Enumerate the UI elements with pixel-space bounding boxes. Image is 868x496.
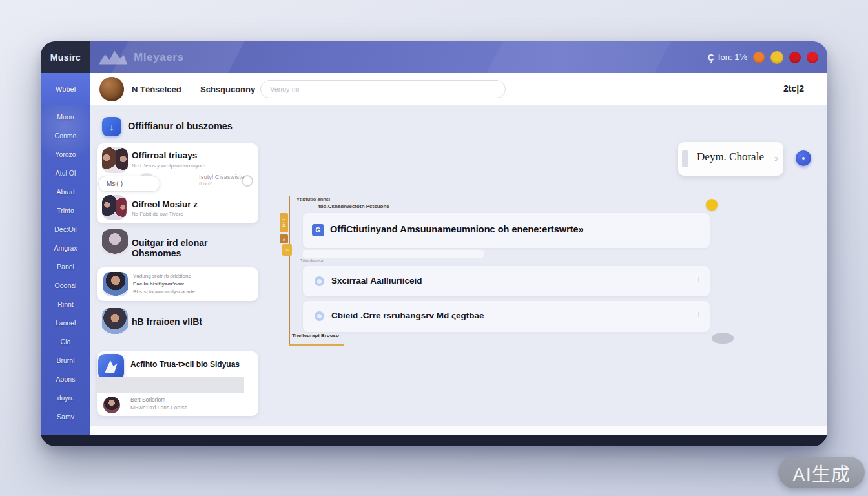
window-bottom-bar xyxy=(41,435,827,446)
app-logo-text: Musirc xyxy=(50,52,81,63)
sidebar-item[interactable]: Yorozo xyxy=(55,150,76,159)
brand-label: Mleyaers xyxy=(134,51,184,64)
panel-row-3-title: Cbíeid .Crre rsruhangsrv Md ςegtbae xyxy=(331,311,484,320)
feed-item-subtitle: No Fabit de owl Tivore xyxy=(132,211,183,217)
sidebar-item[interactable]: Amgrax xyxy=(54,244,77,253)
content-footer xyxy=(90,426,827,435)
panel-row-hint: i xyxy=(698,311,699,318)
radio-circle-icon xyxy=(315,311,324,321)
sidebar-item[interactable]: Moon xyxy=(57,113,74,121)
sidebar-item[interactable]: Cio xyxy=(61,338,71,346)
annotation-dot[interactable] xyxy=(706,199,718,211)
status-text: Ion: 1⅙ xyxy=(718,52,747,62)
panel-row-1[interactable]: G OffiCtiutinyand Amsuunameumnionc oh en… xyxy=(303,213,710,248)
titlebar: Mleyaers Ç Ion: 1⅙ xyxy=(41,41,827,73)
sidebar-item[interactable]: Ooonal xyxy=(55,282,77,290)
avatar-person xyxy=(102,308,128,334)
panel-label-line: fbd.Cknadiwectotn Pctsuone xyxy=(318,203,393,209)
download-icon-glyph: ↓ xyxy=(109,121,114,132)
panel-row-1-title: OffiCtiutinyand Amsuunameumnionc oh enen… xyxy=(330,224,584,234)
annotated-panel: Ytibtutio annsi fbd.Cknadiwectotn Pctsuo… xyxy=(289,196,717,344)
feed-card-1[interactable]: Offirroal triuays Nort Jeros y wrotpautr… xyxy=(97,143,258,223)
feed-card-2-line2: Eəc In bislfiyəɑr'oaw xyxy=(133,280,195,288)
now-playing-card[interactable]: Deym. Chorale ɔ xyxy=(678,142,783,176)
sidebar-item[interactable]: Lannel xyxy=(56,319,76,327)
feed-card-3-title: Acfihto Trua-t>cli blo Sidyuas xyxy=(130,360,254,369)
titlebar-right: Ç Ion: 1⅙ xyxy=(708,41,818,73)
ghost-player-title: Isutyl Cisaswiste xyxy=(199,173,244,180)
brand: Mleyaers xyxy=(99,41,184,73)
sidebar-item[interactable]: Samv xyxy=(57,413,74,421)
panel-row-hint: i xyxy=(698,276,699,284)
feed-card-2[interactable]: Yədung srotr rb dridšione Eəc In bislfiy… xyxy=(97,267,258,301)
feed-row-grey[interactable]: Ouitgar ird elonar Ohsmomes xyxy=(97,229,258,259)
feed-card-2-line1: Yədung srotr rb dridšione xyxy=(133,273,195,280)
toolbar: N Tëńselced Schsηuconny 2tc|2 xyxy=(90,73,827,105)
panel-label-mid: Tdwrdavasa xyxy=(300,258,323,263)
toolbar-right-label: 2tc|2 xyxy=(783,83,804,94)
ghost-player-pill[interactable]: Msi( ) xyxy=(98,176,160,192)
download-icon: ↓ xyxy=(102,117,121,136)
radio-circle-icon xyxy=(315,276,324,286)
panel-underline xyxy=(289,344,344,346)
app-square-icon: G xyxy=(312,224,324,236)
feed-row-title: Ouitgar ird elonar Ohsmomes xyxy=(132,238,258,258)
search-input[interactable] xyxy=(260,80,506,98)
now-playing-thumb xyxy=(682,150,688,167)
sidebar-item[interactable]: Rinnt xyxy=(57,300,74,309)
sidebar-item[interactable]: duyn. xyxy=(57,394,74,402)
feed-row-blue[interactable]: hB frraioen vllBt xyxy=(97,308,258,338)
panel-row-2-title: Sxcirraal Aaıllıuriiceid xyxy=(331,276,422,285)
sidebar-item[interactable]: Panel xyxy=(57,263,74,271)
nav-item-2[interactable]: Schsηuconny xyxy=(200,85,255,94)
window-control-red[interactable] xyxy=(789,52,801,63)
dove-icon xyxy=(98,354,124,380)
panel-tag-2: m xyxy=(280,234,288,243)
window-control-yellow[interactable] xyxy=(770,51,783,64)
sidebar-item[interactable]: Atul Ol xyxy=(56,169,76,178)
status-icon: Ç xyxy=(708,52,714,63)
content: ↓ Offiffianur ol buszomes Offirroal triu… xyxy=(90,105,827,426)
feed-card-3[interactable]: Acfihto Trua-t>cli blo Sidyuas Bert Sorl… xyxy=(97,351,258,416)
avatar-couple xyxy=(102,147,128,173)
panel-ghost-bar xyxy=(303,250,484,258)
panel-label-bottom: Thelleurapi Brooso xyxy=(292,333,339,338)
sidebar-item[interactable]: Brurnl xyxy=(56,356,74,365)
panel-row-2[interactable]: Sxcirraal Aaıllıuriiceid i xyxy=(303,266,710,296)
sidebar-item[interactable]: Trinto xyxy=(57,207,74,215)
play-action-button[interactable] xyxy=(796,150,811,166)
app-window: Mleyaers Ç Ion: 1⅙ Musirc Wbbel Moon Con… xyxy=(41,41,827,446)
sidebar-item[interactable]: Aoons xyxy=(56,375,76,384)
feed-card-2-line3: Rbs.sLinpwooonilysoararte xyxy=(133,288,195,296)
mountain-logo-icon xyxy=(99,50,127,65)
feed-card-3-name: Bert Sorloriom xyxy=(130,397,165,403)
ghost-player-button[interactable] xyxy=(242,175,253,187)
feed-card-2-text: Yədung srotr rb dridšione Eəc In bislfiy… xyxy=(133,273,195,296)
panel-label-top: Ytibtutio annsi xyxy=(296,196,330,202)
dove-icon-glyph xyxy=(103,360,119,374)
sidebar-list: Moon Conmo Yorozo Atul Ol Abrad Trinto D… xyxy=(41,113,90,421)
window-control-orange[interactable] xyxy=(753,52,765,63)
sidebar-item[interactable]: Abrad xyxy=(56,188,74,196)
panel-tag-1: 了五 xyxy=(280,213,288,232)
ai-generated-watermark: AI生成 xyxy=(778,457,865,488)
feed-item-subtitle: Nort Jeros y wrotpautrarosoyorh xyxy=(132,163,205,169)
app-logo: Musirc xyxy=(41,41,90,73)
avatar-couple xyxy=(102,195,127,220)
feed-item-title: Offirroal triuays xyxy=(132,150,197,160)
decorative-blob xyxy=(712,333,734,344)
sidebar-item-active[interactable]: Wbbel xyxy=(41,73,90,105)
sidebar: Wbbel Moon Conmo Yorozo Atul Ol Abrad Tr… xyxy=(41,73,90,435)
feed-card-3-subtitle: MBwc'utrd Lons Fortiss xyxy=(130,404,187,411)
now-playing-glyph: ɔ xyxy=(774,155,778,162)
avatar-person xyxy=(103,397,120,413)
sidebar-item[interactable]: Conmo xyxy=(55,132,77,140)
user-avatar[interactable] xyxy=(99,77,124,101)
window-control-close[interactable] xyxy=(807,52,818,63)
now-playing-title: Deym. Chorale xyxy=(692,150,769,163)
nav-item-1[interactable]: N Tëńselced xyxy=(132,85,181,94)
sidebar-item[interactable]: Dec:Oil xyxy=(54,225,76,234)
panel-tag-3: ζ xyxy=(282,244,292,256)
panel-row-3[interactable]: Cbíeid .Crre rsruhangsrv Md ςegtbae i xyxy=(303,301,710,332)
ghost-player-subtitle: tLnnY xyxy=(199,181,212,187)
